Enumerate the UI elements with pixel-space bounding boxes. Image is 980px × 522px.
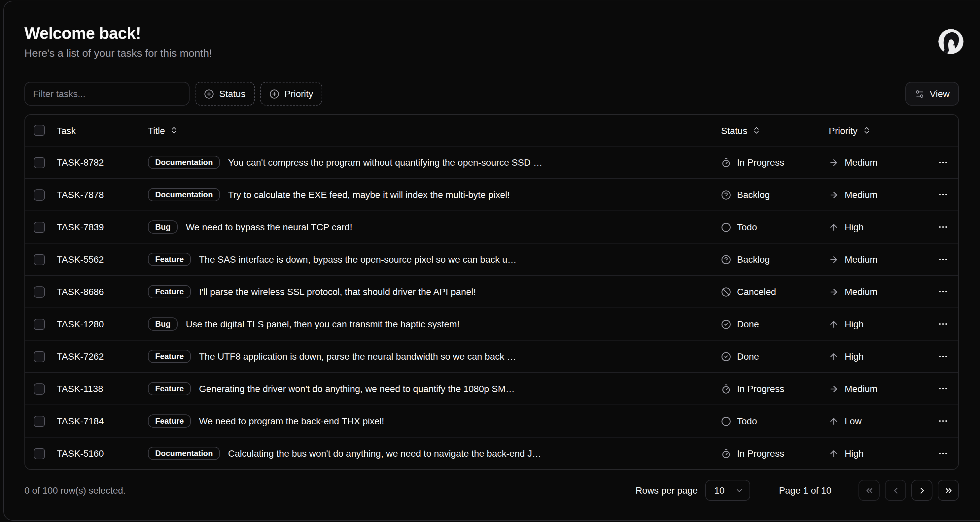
status-text: Canceled — [737, 286, 776, 297]
row-checkbox[interactable] — [34, 189, 45, 200]
task-id: TASK-5160 — [57, 448, 148, 459]
row-checkbox[interactable] — [34, 319, 45, 330]
row-actions-button[interactable] — [933, 443, 953, 463]
row-checkbox[interactable] — [34, 416, 45, 427]
task-id: TASK-8686 — [57, 286, 148, 297]
table-row: TASK-7262 Feature The UTF8 application i… — [25, 340, 958, 372]
status-filter-button[interactable]: Status — [195, 82, 255, 106]
next-page-button[interactable] — [911, 480, 932, 501]
status-cell: Canceled — [721, 286, 829, 297]
row-checkbox-cell — [30, 254, 57, 265]
arrow-up-icon — [829, 448, 839, 458]
table-row: TASK-8782 Documentation You can't compre… — [25, 146, 958, 178]
status-text: Todo — [737, 222, 757, 232]
row-checkbox-cell — [30, 189, 57, 200]
page-title: Welcome back! — [24, 24, 959, 43]
priority-text: Medium — [845, 286, 878, 297]
previous-page-button[interactable] — [885, 480, 906, 501]
priority-filter-button[interactable]: Priority — [260, 82, 322, 106]
row-actions-button[interactable] — [933, 185, 953, 205]
actions-cell — [926, 443, 953, 463]
row-checkbox-cell — [30, 286, 57, 297]
check-circle-icon — [721, 351, 731, 361]
task-title: I'll parse the wireless SSL protocol, th… — [199, 286, 476, 297]
circle-icon — [721, 222, 731, 232]
task-id: TASK-7184 — [57, 416, 148, 426]
sort-priority-button[interactable]: Priority — [829, 125, 871, 136]
last-page-button[interactable] — [938, 480, 959, 501]
priority-text: High — [845, 319, 864, 329]
timer-icon — [721, 384, 731, 393]
table-body: TASK-8782 Documentation You can't compre… — [25, 146, 958, 469]
arrow-up-icon — [829, 448, 839, 458]
chevrons-up-down-icon — [752, 126, 760, 135]
rows-per-page-select[interactable]: 10 — [705, 480, 750, 501]
chevrons-left-icon — [864, 486, 874, 495]
page-subtitle: Here's a list of your tasks for this mon… — [24, 48, 959, 59]
task-title: We need to bypass the neural TCP card! — [186, 222, 352, 232]
task-title: We need to program the back-end THX pixe… — [199, 416, 384, 426]
task-title: Generating the driver won't do anything,… — [199, 383, 515, 394]
select-all-checkbox[interactable] — [34, 125, 45, 136]
table-row: TASK-7184 Feature We need to program the… — [25, 405, 958, 437]
row-checkbox-cell — [30, 319, 57, 330]
arrow-right-icon — [829, 384, 839, 393]
task-title: The UTF8 application is down, parse the … — [199, 351, 516, 362]
arrow-right-icon — [829, 190, 839, 200]
status-text: Done — [737, 319, 759, 329]
priority-text: Medium — [845, 157, 878, 168]
status-text: Backlog — [737, 254, 770, 265]
priority-cell: Low — [829, 416, 926, 426]
chevron-down-icon — [735, 486, 743, 495]
row-actions-button[interactable] — [933, 411, 953, 431]
row-actions-button[interactable] — [933, 346, 953, 366]
arrow-right-icon — [829, 287, 839, 297]
row-checkbox[interactable] — [34, 286, 45, 297]
row-checkbox[interactable] — [34, 448, 45, 459]
first-page-button[interactable] — [859, 480, 880, 501]
status-cell: Done — [721, 351, 829, 362]
tasks-table: Task Title Status Priority — [24, 114, 959, 470]
table-row: TASK-1280 Bug Use the digital TLS panel,… — [25, 308, 958, 340]
table-row: TASK-7878 Documentation Try to calculate… — [25, 178, 958, 211]
page-content: Welcome back! Here's a list of your task… — [0, 0, 980, 522]
sort-title-button[interactable]: Title — [148, 125, 178, 136]
tasks-dashboard: Welcome back! Here's a list of your task… — [0, 0, 980, 522]
arrow-down-icon — [829, 416, 839, 426]
filter-tasks-input[interactable] — [24, 82, 189, 106]
label-badge: Feature — [148, 253, 191, 266]
title-cell: Feature I'll parse the wireless SSL prot… — [148, 285, 721, 298]
actions-cell — [926, 217, 953, 237]
row-actions-button[interactable] — [933, 249, 953, 269]
task-id: TASK-7262 — [57, 351, 148, 362]
table-row: TASK-5562 Feature The SAS interface is d… — [25, 243, 958, 275]
row-checkbox[interactable] — [34, 157, 45, 168]
timer-icon — [721, 157, 731, 167]
row-checkbox[interactable] — [34, 221, 45, 233]
title-cell: Documentation Calculating the bus won't … — [148, 447, 721, 460]
row-checkbox[interactable] — [34, 351, 45, 362]
actions-cell — [926, 282, 953, 301]
more-horizontal-icon — [938, 286, 948, 297]
view-options-button[interactable]: View — [905, 82, 959, 106]
circle-slash-icon — [721, 287, 731, 297]
sort-status-button[interactable]: Status — [721, 125, 760, 136]
row-checkbox[interactable] — [34, 254, 45, 265]
priority-filter-label: Priority — [284, 89, 313, 99]
row-actions-button[interactable] — [933, 217, 953, 237]
plus-circle-icon — [204, 89, 214, 98]
circle-icon — [721, 222, 731, 232]
row-checkbox[interactable] — [34, 383, 45, 394]
row-actions-button[interactable] — [933, 152, 953, 172]
arrow-right-icon — [829, 254, 839, 264]
row-actions-button[interactable] — [933, 379, 953, 398]
help-circle-icon — [721, 190, 731, 200]
status-cell: Backlog — [721, 189, 829, 200]
row-actions-button[interactable] — [933, 314, 953, 334]
task-title: Try to calculate the EXE feed, maybe it … — [228, 189, 510, 200]
priority-cell: High — [829, 319, 926, 329]
arrow-up-icon — [829, 222, 839, 232]
status-cell: In Progress — [721, 383, 829, 394]
user-avatar[interactable] — [939, 29, 964, 54]
row-actions-button[interactable] — [933, 282, 953, 301]
